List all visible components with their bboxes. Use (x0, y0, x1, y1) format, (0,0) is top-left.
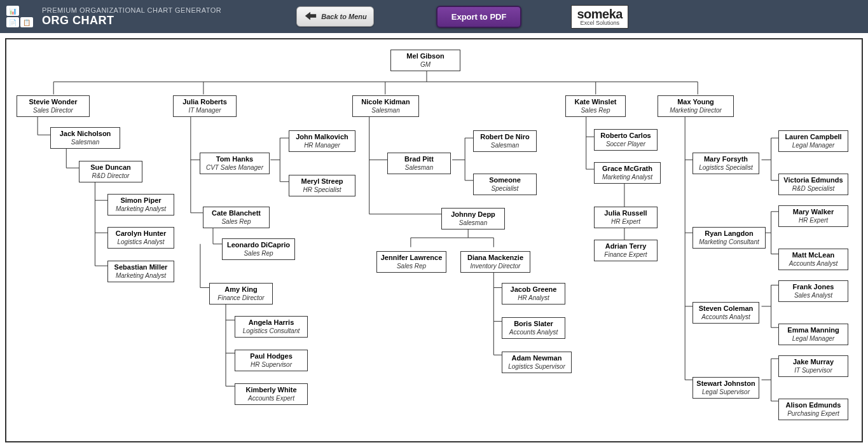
org-node[interactable]: Kate WinsletSales Rep (565, 95, 626, 117)
org-node[interactable]: Grace McGrathMarketing Analyst (594, 162, 661, 184)
org-chart-canvas: Mel GibsonGM Stevie WonderSales Director… (9, 44, 859, 431)
org-node[interactable]: Nicole KidmanSalesman (352, 95, 419, 117)
app-header: 📊 📄 📋 PREMIUM ORGANIZATIONAL CHART GENER… (0, 0, 868, 33)
logo-subtext: Excel Solutions (580, 20, 619, 26)
org-node[interactable]: Sue DuncanR&D Director (79, 161, 142, 182)
org-node[interactable]: Mary ForsythLogistics Specialist (692, 153, 759, 174)
org-node[interactable]: Boris SlaterAccounts Analyst (502, 317, 565, 339)
org-node[interactable]: Victoria EdmundsR&D Specialist (778, 174, 848, 195)
page-title: ORG CHART (42, 14, 221, 27)
org-node[interactable]: Lauren CampbellLegal Manager (778, 130, 848, 152)
org-node[interactable]: Jake MurrayIT Supervisor (778, 355, 848, 377)
back-button-label: Back to Menu (321, 13, 367, 20)
org-node[interactable]: Ryan LangdonMarketing Consultant (692, 227, 766, 249)
org-node[interactable]: Jennifer LawrenceSales Rep (376, 251, 446, 273)
org-node[interactable]: Julia RobertsIT Manager (173, 95, 237, 117)
org-node[interactable]: Jack NicholsonSalesman (50, 127, 120, 149)
org-node[interactable]: Paul HodgesHR Supervisor (235, 350, 308, 371)
chart-icon: 📊 (6, 6, 19, 16)
org-node[interactable]: Brad PittSalesman (387, 153, 451, 174)
org-node[interactable]: Stevie WonderSales Director (17, 95, 90, 117)
org-node[interactable]: Amy KingFinance Director (209, 283, 273, 305)
org-node[interactable]: Adam NewmanLogistics Supervisor (502, 352, 572, 373)
org-node[interactable]: Tom HanksCVT Sales Manager (200, 153, 270, 174)
someka-logo: someka Excel Solutions (571, 5, 628, 29)
org-node[interactable]: Alison EdmundsPurchasing Expert (778, 399, 848, 420)
org-node[interactable]: Sebastian MillerMarketing Analyst (107, 261, 174, 282)
org-node[interactable]: Julia RussellHR Expert (594, 207, 658, 228)
org-node[interactable]: Jacob GreeneHR Analyst (502, 283, 565, 305)
back-to-menu-button[interactable]: Back to Menu (296, 6, 374, 27)
app-subtitle: PREMIUM ORGANIZATIONAL CHART GENERATOR (42, 6, 221, 14)
org-node[interactable]: SomeoneSpecialist (473, 174, 537, 195)
org-node-gm[interactable]: Mel GibsonGM (390, 50, 460, 71)
org-node[interactable]: Robert De NiroSalesman (473, 130, 537, 152)
header-titles: PREMIUM ORGANIZATIONAL CHART GENERATOR O… (42, 6, 221, 27)
org-node[interactable]: Kimberly WhiteAccounts Expert (235, 383, 308, 405)
header-icon-group: 📊 📄 📋 (6, 6, 33, 27)
org-node[interactable]: Angela HarrisLogistics Consultant (235, 316, 308, 338)
org-node[interactable]: Adrian TerryFinance Expert (594, 240, 658, 261)
export-to-pdf-button[interactable]: Export to PDF (436, 6, 522, 28)
org-node[interactable]: Max YoungMarketing Director (658, 95, 734, 117)
org-node[interactable]: Johnny DeppSalesman (441, 208, 505, 229)
org-node[interactable]: Frank JonesSales Analyst (778, 280, 848, 302)
org-node[interactable]: Meryl StreepHR Specialist (289, 175, 355, 196)
org-node[interactable]: Roberto CarlosSoccer Player (594, 129, 658, 151)
org-node[interactable]: Emma ManningLegal Manager (778, 324, 848, 345)
org-node[interactable]: Stewart JohnstonLegal Supervisor (692, 377, 759, 399)
org-node[interactable]: Steven ColemanAccounts Analyst (692, 302, 759, 324)
org-node[interactable]: Leonardo DiCaprioSales Rep (222, 238, 295, 260)
org-chart-container: Mel GibsonGM Stevie WonderSales Director… (5, 38, 863, 442)
back-arrow-icon (303, 10, 317, 24)
doc-icon: 📄 (6, 17, 19, 27)
org-node[interactable]: Carolyn HunterLogistics Analyst (107, 227, 174, 249)
sheet-icon: 📋 (20, 17, 33, 27)
org-node[interactable]: Mary WalkerHR Expert (778, 205, 848, 227)
org-node[interactable]: John MalkovichHR Manager (289, 130, 355, 152)
org-node[interactable]: Simon PiperMarketing Analyst (107, 194, 174, 216)
export-button-label: Export to PDF (451, 12, 507, 22)
org-node[interactable]: Diana MackenzieInventory Director (460, 251, 530, 273)
logo-text: someka (577, 8, 623, 20)
org-node[interactable]: Cate BlanchettSales Rep (203, 207, 270, 228)
org-node[interactable]: Matt McLeanAccounts Analyst (778, 249, 848, 270)
